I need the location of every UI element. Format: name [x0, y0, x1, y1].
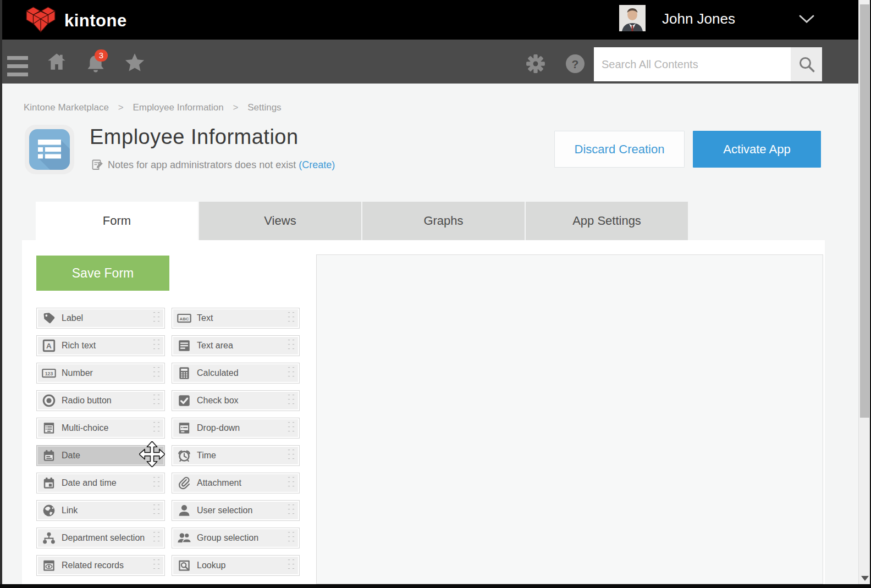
tab-form[interactable]: Form — [36, 202, 198, 240]
breadcrumb-separator: > — [118, 102, 124, 113]
drag-handle-icon[interactable] — [153, 312, 161, 324]
admin-notes-text: Notes for app administrators does not ex… — [108, 159, 296, 171]
breadcrumb-separator: > — [233, 102, 239, 113]
tag-icon — [42, 311, 56, 325]
drag-handle-icon[interactable] — [153, 367, 161, 379]
field-item-user-selection[interactable]: User selection — [172, 500, 300, 521]
drag-handle-icon[interactable] — [288, 450, 295, 462]
field-item-date-and-time[interactable]: Date and time — [36, 473, 165, 493]
tab-app-settings[interactable]: App Settings — [526, 202, 688, 240]
field-item-department-selection[interactable]: Department selection — [36, 528, 165, 548]
user-icon — [177, 503, 191, 518]
breadcrumb-marketplace[interactable]: Kintone Marketplace — [24, 102, 109, 113]
settings-tabs: FormViewsGraphsApp Settings — [36, 202, 688, 240]
create-note-link[interactable]: (Create) — [299, 159, 335, 171]
drag-handle-icon[interactable] — [288, 340, 295, 352]
kintone-logo[interactable]: kintone — [25, 5, 127, 36]
radio-icon — [42, 393, 56, 408]
top-bar: kintone John Jones — [0, 0, 858, 40]
drag-handle-icon[interactable] — [288, 395, 295, 407]
drag-handle-icon[interactable] — [288, 422, 295, 434]
form-canvas-droparea[interactable] — [316, 254, 823, 584]
checkbox-icon — [177, 393, 191, 408]
multi-choice-icon — [42, 421, 56, 435]
drag-handle-icon[interactable] — [153, 422, 161, 434]
breadcrumb-app[interactable]: Employee Information — [133, 102, 223, 113]
note-edit-icon — [91, 159, 103, 171]
drag-handle-icon[interactable] — [288, 504, 295, 517]
field-item-drop-down[interactable]: Drop-down — [172, 418, 300, 439]
breadcrumb: Kintone Marketplace > Employee Informati… — [24, 102, 282, 113]
main-toolbar: 3 — [0, 40, 858, 84]
drag-handle-icon[interactable] — [153, 477, 161, 489]
menu-icon[interactable] — [7, 56, 28, 81]
user-name[interactable]: John Jones — [662, 10, 735, 27]
scrollbar-down-arrow-icon[interactable] — [861, 576, 869, 581]
field-item-time[interactable]: Time — [172, 445, 300, 466]
tab-graphs[interactable]: Graphs — [362, 202, 525, 240]
date-icon — [42, 448, 56, 463]
drag-handle-icon[interactable] — [288, 532, 295, 544]
svg-text:A: A — [46, 342, 52, 350]
field-item-radio-button[interactable]: Radio button — [36, 390, 165, 411]
number-icon: 123 — [42, 366, 56, 380]
breadcrumb-settings: Settings — [247, 102, 281, 113]
drag-handle-icon[interactable] — [153, 340, 161, 352]
drag-handle-icon[interactable] — [153, 559, 161, 572]
field-item-attachment[interactable]: Attachment — [172, 473, 300, 493]
drag-handle-icon[interactable] — [153, 395, 161, 407]
lookup-icon — [177, 558, 191, 573]
svg-text:ABC: ABC — [180, 317, 189, 321]
rich-text-icon: A — [42, 339, 56, 353]
search-input[interactable] — [594, 47, 791, 81]
drag-handle-icon[interactable] — [288, 477, 295, 489]
help-icon[interactable]: ? — [565, 54, 585, 76]
field-item-group-selection[interactable]: Group selection — [172, 528, 300, 548]
admin-notes-line: Notes for app administrators does not ex… — [91, 159, 335, 171]
tab-views[interactable]: Views — [199, 202, 361, 240]
discard-creation-button[interactable]: Discard Creation — [554, 131, 685, 168]
app-icon — [25, 125, 74, 174]
gear-icon[interactable] — [525, 53, 546, 76]
search-button[interactable] — [791, 47, 822, 81]
field-item-label[interactable]: Label — [36, 308, 165, 329]
kintone-wordmark: kintone — [64, 7, 127, 35]
field-item-check-box[interactable]: Check box — [172, 390, 300, 411]
group-icon — [177, 531, 191, 545]
drop-down-icon — [177, 421, 191, 435]
field-item-multi-choice[interactable]: Multi-choice — [36, 418, 165, 439]
window-border-left — [0, 0, 2, 588]
drag-handle-icon[interactable] — [288, 367, 295, 379]
text-area-icon — [177, 339, 191, 353]
notification-badge: 3 — [95, 49, 108, 62]
chevron-down-icon[interactable] — [798, 14, 815, 26]
svg-text:?: ? — [572, 58, 579, 70]
field-item-rich-text[interactable]: A Rich text — [36, 335, 165, 356]
link-icon — [42, 503, 56, 518]
activate-app-button[interactable]: Activate App — [693, 131, 821, 168]
drag-handle-icon[interactable] — [288, 559, 295, 572]
search-icon — [798, 56, 815, 73]
svg-text:123: 123 — [45, 371, 53, 376]
drag-handle-icon[interactable] — [153, 504, 161, 517]
star-icon[interactable] — [124, 53, 145, 75]
move-cursor-icon — [139, 441, 165, 469]
drag-handle-icon[interactable] — [153, 532, 161, 544]
drag-handle-icon[interactable] — [288, 312, 295, 324]
field-item-related-records[interactable]: Related records — [36, 555, 165, 576]
field-item-lookup[interactable]: Lookup — [172, 555, 300, 576]
field-item-number[interactable]: 123 Number — [36, 363, 165, 384]
field-item-text[interactable]: ABC Text — [172, 308, 300, 329]
department-icon — [42, 531, 56, 545]
kintone-logo-icon — [25, 5, 57, 36]
vertical-scrollbar — [858, 0, 870, 584]
user-avatar[interactable] — [619, 5, 646, 31]
field-item-calculated[interactable]: Calculated — [172, 363, 300, 384]
save-form-button[interactable]: Save Form — [36, 256, 169, 291]
field-item-link[interactable]: Link — [36, 500, 165, 521]
field-palette: Label ABC Text A Rich text Text area 123… — [36, 308, 300, 576]
home-icon[interactable] — [47, 52, 67, 74]
scrollbar-thumb[interactable] — [860, 4, 869, 418]
date-time-icon — [42, 476, 56, 490]
field-item-text-area[interactable]: Text area — [172, 335, 300, 356]
